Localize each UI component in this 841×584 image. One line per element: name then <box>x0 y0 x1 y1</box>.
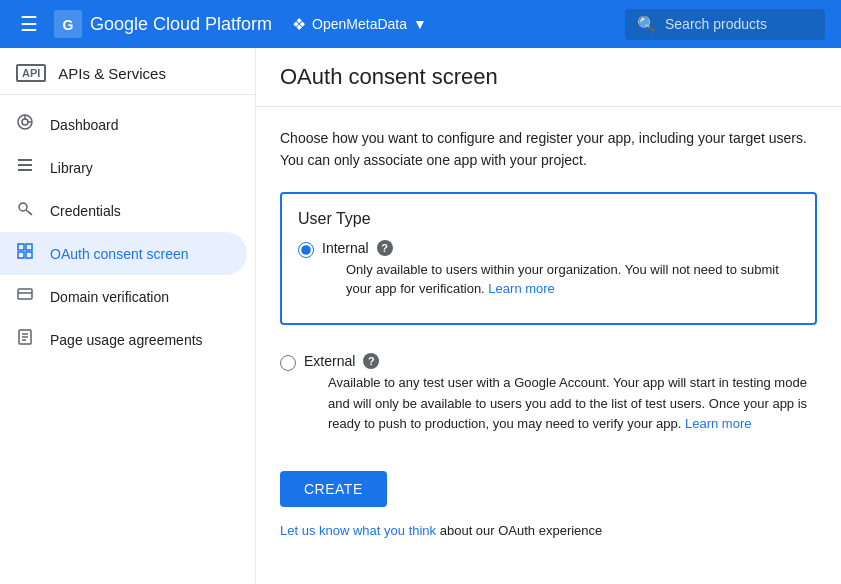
sidebar-section-title: APIs & Services <box>58 65 166 82</box>
app-title: Google Cloud Platform <box>90 14 272 35</box>
menu-icon[interactable]: ☰ <box>16 8 42 40</box>
svg-rect-12 <box>18 244 24 250</box>
internal-description-text: Only available to users within your orga… <box>346 262 779 297</box>
svg-rect-15 <box>26 252 32 258</box>
domain-icon <box>16 285 34 308</box>
sidebar-item-library[interactable]: Library <box>0 146 247 189</box>
sidebar-item-credentials-label: Credentials <box>50 203 121 219</box>
header: ☰ G Google Cloud Platform ❖ OpenMetaData… <box>0 0 841 48</box>
external-label[interactable]: External ? <box>304 353 817 369</box>
external-help-icon[interactable]: ? <box>363 353 379 369</box>
credentials-icon <box>16 199 34 222</box>
dashboard-icon <box>16 113 34 136</box>
library-icon <box>16 156 34 179</box>
sidebar-item-oauth[interactable]: OAuth consent screen <box>0 232 247 275</box>
sidebar-item-dashboard-label: Dashboard <box>50 117 119 133</box>
sidebar-header: API APIs & Services <box>0 48 255 95</box>
feedback-suffix: about our OAuth experience <box>436 523 602 538</box>
user-type-card: User Type Internal ? Only available to u… <box>280 192 817 325</box>
external-label-text: External <box>304 353 355 369</box>
internal-option: Internal ? Only available to users withi… <box>298 240 799 299</box>
external-radio[interactable] <box>280 355 296 371</box>
page-description: Choose how you want to configure and reg… <box>280 127 817 172</box>
search-bar[interactable]: 🔍 Search products <box>625 9 825 40</box>
internal-help-icon[interactable]: ? <box>377 240 393 256</box>
external-description: Available to any test user with a Google… <box>328 373 817 435</box>
sidebar: API APIs & Services Dashboard <box>0 48 256 584</box>
feedback-section: Let us know what you think about our OAu… <box>280 523 817 538</box>
svg-text:G: G <box>63 17 74 33</box>
internal-label[interactable]: Internal ? <box>322 240 799 256</box>
sidebar-nav: Dashboard Library <box>0 95 255 369</box>
sidebar-item-page-usage-label: Page usage agreements <box>50 332 203 348</box>
search-icon: 🔍 <box>637 15 657 34</box>
dropdown-icon: ▼ <box>413 16 427 32</box>
external-option: External ? Available to any test user wi… <box>280 353 817 435</box>
feedback-link[interactable]: Let us know what you think <box>280 523 436 538</box>
sidebar-item-credentials[interactable]: Credentials <box>0 189 247 232</box>
sidebar-item-oauth-label: OAuth consent screen <box>50 246 189 262</box>
sidebar-item-domain[interactable]: Domain verification <box>0 275 247 318</box>
internal-label-text: Internal <box>322 240 369 256</box>
project-name: OpenMetaData <box>312 16 407 32</box>
project-icon: ❖ <box>292 15 306 34</box>
project-selector[interactable]: ❖ OpenMetaData ▼ <box>292 15 427 34</box>
main-layout: API APIs & Services Dashboard <box>0 48 841 584</box>
content-area: OAuth consent screen Choose how you want… <box>256 48 841 584</box>
svg-rect-8 <box>18 169 32 171</box>
app-logo: G Google Cloud Platform <box>54 10 272 38</box>
sidebar-item-library-label: Library <box>50 160 93 176</box>
gcp-logo-icon: G <box>54 10 82 38</box>
svg-point-9 <box>19 203 27 211</box>
sidebar-item-dashboard[interactable]: Dashboard <box>0 103 247 146</box>
api-badge: API <box>16 64 46 82</box>
external-learn-more-link[interactable]: Learn more <box>685 416 751 431</box>
svg-rect-7 <box>18 164 32 166</box>
user-type-title: User Type <box>298 210 799 228</box>
svg-rect-6 <box>18 159 32 161</box>
internal-description: Only available to users within your orga… <box>346 260 799 299</box>
oauth-icon <box>16 242 34 265</box>
svg-rect-14 <box>18 252 24 258</box>
svg-point-3 <box>22 119 28 125</box>
content-body: Choose how you want to configure and reg… <box>256 107 841 558</box>
internal-learn-more-link[interactable]: Learn more <box>488 281 554 296</box>
internal-radio[interactable] <box>298 242 314 258</box>
external-section: External ? Available to any test user wi… <box>280 341 817 455</box>
sidebar-item-page-usage[interactable]: Page usage agreements <box>0 318 247 361</box>
content-header: OAuth consent screen <box>256 48 841 107</box>
sidebar-item-domain-label: Domain verification <box>50 289 169 305</box>
search-placeholder: Search products <box>665 16 767 32</box>
page-usage-icon <box>16 328 34 351</box>
page-title: OAuth consent screen <box>280 64 817 90</box>
svg-rect-16 <box>18 289 32 299</box>
create-button[interactable]: CREATE <box>280 471 387 507</box>
svg-rect-13 <box>26 244 32 250</box>
